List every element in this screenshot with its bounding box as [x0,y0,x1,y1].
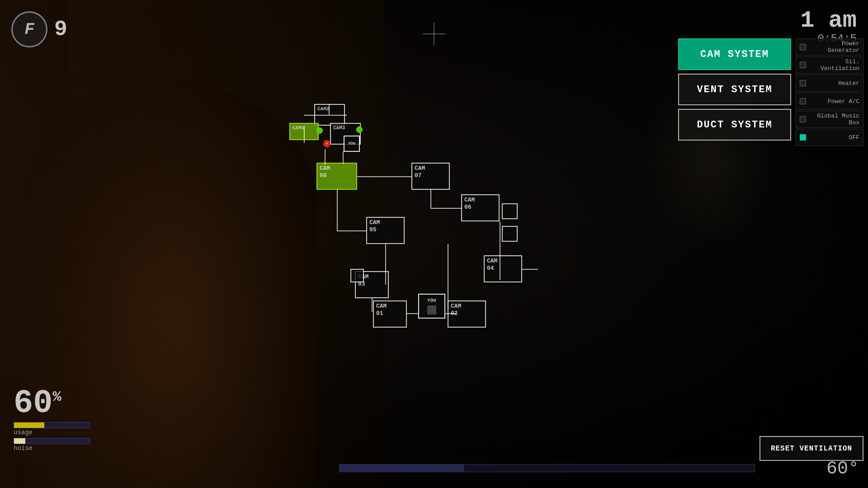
toggle-dot-sil-ventilation [800,62,806,68]
cam05-node[interactable]: CAM05 [366,217,405,244]
line-04-right [522,269,538,270]
stat-bars: usage noise [14,422,90,452]
line-08-up [325,149,326,165]
cam02-node[interactable]: CAM02 [448,300,486,328]
cam04-node[interactable]: CAM04 [484,255,522,282]
cam08-node[interactable]: CAM08 [316,163,357,190]
system-panel: CAM SYSTEM VENT SYSTEM DUCT SYSTEM [678,38,791,141]
toggle-global-music-box[interactable]: Global Music Box [796,111,863,128]
line-06-area [500,221,500,280]
usage-label: usage [14,429,90,436]
toggle-power-ac[interactable]: Power A/C [796,93,863,110]
toggle-label-power-generator: Power Generator [809,40,859,54]
toggle-dot-global-music-box [800,116,806,122]
line-cam1-down [304,126,305,143]
time-display: 1 am [800,9,857,33]
line-08-05 [337,190,338,230]
connector-box-2 [502,226,518,242]
crosshair [423,23,445,45]
line-03-01 [372,298,373,312]
noise-label: noise [14,445,90,452]
bottom-progress-bar [339,464,755,472]
cam01-node[interactable]: CAM01 [373,300,407,328]
toggle-power-generator[interactable]: Power Generator [796,38,863,56]
vent-system-button[interactable]: VENT SYSTEM [678,74,791,105]
you-marker-upper: YOU [344,136,360,152]
line-upper-08 [343,151,344,164]
line-cam2-up [329,104,330,115]
cam-x-indicator: × [323,140,330,147]
usage-stat: usage [14,422,90,436]
line-you-02 [445,313,457,314]
stats-area: 60% usage noise [14,387,90,452]
life-count: 9 [54,17,67,42]
connector-box-1 [502,203,518,219]
line-cam2-cam3 [329,115,347,116]
toggle-label-global-music-box: Global Music Box [809,113,859,126]
cam-system-button[interactable]: CAM SYSTEM [678,38,791,70]
toggle-label-power-ac: Power A/C [809,98,859,105]
line-01-you [407,313,418,314]
cam1-indicator [316,127,323,134]
connector-box-3 [350,269,364,282]
progress-fill [340,465,464,472]
line-07-06 [430,190,431,208]
toggle-off[interactable]: OFF [796,129,863,146]
line-cam1-cam2 [304,115,329,116]
toggle-label-off: OFF [809,134,859,141]
toggle-dot-heater [800,80,806,86]
cam3-indicator [356,127,363,133]
line-07-06h [430,208,462,209]
toggle-dot-off [800,134,806,141]
toggle-heater[interactable]: Heater [796,75,863,92]
line-08-07 [357,176,411,177]
logo-area: F 9 [11,11,67,47]
temperature-display: 60° [826,459,859,479]
cam07-node[interactable]: CAM07 [411,163,450,190]
toggle-label-heater: Heater [809,80,859,87]
line-area-02 [448,244,448,310]
toggle-dot-power-ac [800,98,806,104]
duct-system-button[interactable]: DUCT SYSTEM [678,109,791,141]
reset-ventilation-button[interactable]: RESET VENTILATION [760,436,863,461]
toggle-label-sil-ventilation: Sil. Ventilation [809,58,859,72]
toggle-dot-power-generator [800,44,806,50]
logo-letter: F [24,20,34,39]
noise-bar-bg [14,438,90,444]
toggle-sil-ventilation[interactable]: Sil. Ventilation [796,56,863,74]
power-percentage: 60% [14,387,90,420]
sidebar-toggles: Power Generator Sil. Ventilation Heater … [796,38,863,146]
usage-bar-fill [14,422,44,428]
usage-bar-bg [14,422,90,428]
noise-bar-fill [14,438,25,444]
camera-map: CAM2 CAM1 CAM3 × YOU CAM08 CAM07 CAM06 C… [280,104,552,357]
cam06-node[interactable]: CAM06 [461,194,500,221]
noise-stat: noise [14,438,90,452]
you-marker-main: YOU [418,294,445,319]
cam-upper-area: CAM2 CAM1 CAM3 × YOU [289,104,402,167]
freddy-logo: F [11,11,47,47]
line-05-03 [385,244,386,285]
line-08-05h [337,230,366,231]
